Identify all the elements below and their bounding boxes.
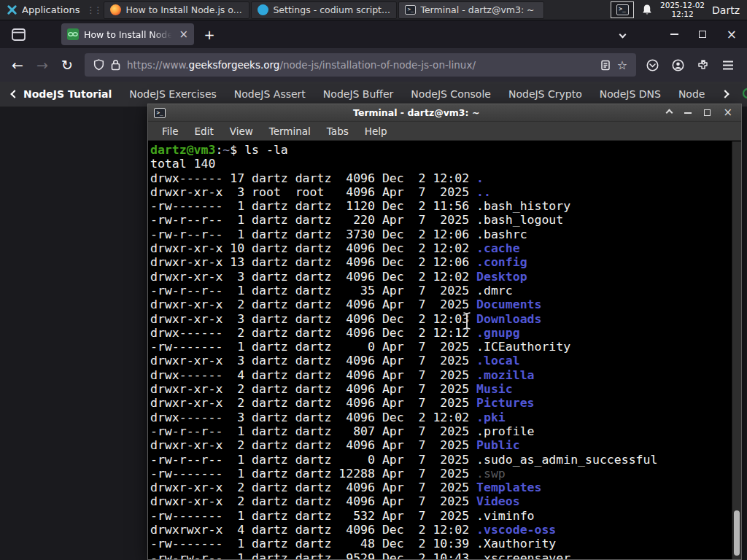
mouse-cursor-ibeam — [462, 311, 472, 330]
nav-link-nodejs-exercises[interactable]: NodeJS Exercises — [129, 88, 217, 100]
terminal-line: drwxr-xr-x 2 dartz dartz 4096 Apr 7 2025… — [150, 298, 741, 311]
reload-button[interactable]: ↻ — [55, 53, 79, 77]
pocket-icon[interactable] — [646, 59, 659, 71]
panel-window-button-terminal[interactable]: >_Terminal - dartz@vm3: ~ — [398, 1, 544, 19]
nav-link-label: NodeJS Console — [411, 88, 491, 100]
terminal-window-controls: × — [667, 107, 735, 118]
terminal-line: -rw------- 1 dartz dartz 0 Apr 7 2025 .I… — [150, 340, 741, 354]
terminal-line: drwxr-xr-x 3 dartz dartz 4096 Dec 2 12:0… — [150, 270, 741, 284]
terminal-scrollbar-thumb[interactable] — [734, 510, 740, 556]
url-text: https://www.geeksforgeeks.org/node-js/in… — [127, 59, 594, 71]
nav-link-nodejs-crypto[interactable]: NodeJS Crypto — [508, 88, 582, 100]
nav-link-nodejs-console[interactable]: NodeJS Console — [411, 88, 491, 100]
terminal-line: drwx------ 4 dartz dartz 4096 Apr 7 2025… — [150, 368, 741, 382]
terminal-line: drwxr-xr-x 3 dartz dartz 4096 Dec 2 12:0… — [150, 312, 741, 326]
terminal-maximize-button[interactable] — [704, 109, 711, 116]
terminal-line: -rw-r--r-- 1 dartz dartz 35 Apr 7 2025 .… — [150, 284, 741, 298]
lock-icon[interactable] — [111, 59, 120, 71]
terminal-window: >_ Terminal - dartz@vm3: ~ × FileEditVie… — [147, 104, 742, 560]
tracking-shield-icon[interactable] — [93, 59, 104, 71]
terminal-line: -rw------- 1 dartz dartz 12288 Apr 7 202… — [150, 467, 741, 481]
url-host: geeksforgeeks.org — [189, 59, 280, 71]
terminal-menu-edit[interactable]: Edit — [187, 125, 222, 137]
subnav-right: Sign In — [722, 85, 747, 104]
firefox-icon — [110, 4, 121, 15]
account-icon[interactable] — [672, 59, 684, 71]
search-icon[interactable] — [741, 87, 747, 101]
terminal-menu-file[interactable]: File — [154, 125, 187, 137]
nav-link-nodejs-dns[interactable]: NodeJS DNS — [600, 88, 661, 100]
terminal-window-icon: >_ — [154, 108, 166, 118]
applications-menu-button[interactable]: Applications — [0, 0, 86, 20]
tray-terminal-launcher[interactable]: >_ — [611, 1, 634, 18]
hamburger-menu-icon[interactable] — [722, 61, 734, 70]
terminal-line: drwx------ 3 dartz dartz 4096 Dec 2 12:0… — [150, 411, 741, 424]
panel-window-button-codium[interactable]: Settings - codium script... — [251, 1, 397, 19]
reader-mode-icon[interactable] — [600, 60, 611, 71]
terminal-output[interactable]: dartz@vm3:~$ ls -latotal 140drwx------ 1… — [148, 141, 741, 559]
terminal-menu-help[interactable]: Help — [357, 125, 395, 137]
distro-logo-icon — [7, 4, 18, 15]
nav-link-node[interactable]: Node — [678, 88, 705, 100]
geeksforgeeks-favicon — [67, 28, 79, 40]
desktop-top-panel: Applications ⋮⋮ How to Install Node.js o… — [0, 0, 747, 20]
terminal-line: drwxr-xr-x 10 dartz dartz 4096 Dec 2 12:… — [150, 241, 741, 255]
nav-link-nodejs-buffer[interactable]: NodeJS Buffer — [323, 88, 394, 100]
panel-clock[interactable]: 2025-12-02 12:12 — [660, 1, 705, 18]
terminal-shade-button[interactable] — [666, 109, 673, 117]
terminal-line: drwxr-xr-x 2 dartz dartz 4096 Apr 7 2025… — [150, 438, 741, 452]
terminal-menu-tabs[interactable]: Tabs — [319, 125, 357, 137]
list-all-tabs-chevron-icon[interactable] — [619, 31, 626, 38]
terminal-line: -rw-rw-r-- 1 dartz dartz 9529 Dec 2 10:4… — [150, 551, 741, 559]
terminal-close-button[interactable]: × — [723, 107, 732, 118]
terminal-minimize-button[interactable] — [684, 112, 692, 114]
terminal-scrollbar[interactable] — [732, 141, 741, 559]
terminal-menu-terminal[interactable]: Terminal — [261, 125, 319, 137]
url-path: /node-js/installation-of-node-js-on-linu… — [279, 59, 476, 71]
chevron-left-icon — [10, 90, 18, 98]
terminal-titlebar[interactable]: >_ Terminal - dartz@vm3: ~ × — [148, 104, 741, 122]
forward-button[interactable]: → — [31, 53, 54, 77]
terminal-line: -rw------- 1 dartz dartz 532 Apr 7 2025 … — [150, 509, 741, 523]
terminal-line: drwxrwxr-x 4 dartz dartz 4096 Dec 2 12:0… — [150, 523, 741, 537]
nav-link-label: NodeJS Assert — [234, 88, 306, 100]
bookmark-star-icon[interactable]: ☆ — [617, 58, 627, 72]
browser-maximize-button[interactable] — [699, 31, 706, 38]
terminal-line: -rw------- 1 dartz dartz 48 Dec 2 10:39 … — [150, 537, 741, 551]
terminal-line: drwxr-xr-x 2 dartz dartz 4096 Apr 7 2025… — [150, 494, 741, 508]
terminal-line: drwxr-xr-x 3 root root 4096 Apr 7 2025 .… — [150, 185, 741, 199]
nav-link-nodejs-assert[interactable]: NodeJS Assert — [234, 88, 306, 100]
window-button-label: How to Install Node.js o... — [125, 4, 241, 15]
url-bar[interactable]: https://www.geeksforgeeks.org/node-js/in… — [85, 53, 636, 77]
tab-how-to-install-nodejs[interactable]: How to Install Node.js on L × — [61, 23, 194, 45]
back-button[interactable]: ← — [6, 53, 29, 77]
notification-bell-icon[interactable] — [641, 4, 653, 16]
browser-minimize-button[interactable] — [670, 34, 678, 35]
terminal-title: Terminal - dartz@vm3: ~ — [170, 107, 662, 118]
nav-link-label: NodeJS DNS — [600, 88, 661, 100]
window-button-label: Settings - codium script... — [273, 4, 390, 15]
firefox-view-icon[interactable] — [7, 24, 29, 44]
browser-close-button[interactable]: × — [727, 28, 737, 41]
nav-link-label: NodeJS Crypto — [508, 88, 582, 100]
terminal-line: -rw-r--r-- 1 dartz dartz 807 Apr 7 2025 … — [150, 424, 741, 438]
firefox-toolbar: ← → ↻ https://www.geeksforgeeks.org/node… — [0, 48, 747, 82]
terminal-menu-view[interactable]: View — [222, 125, 261, 137]
extensions-puzzle-icon[interactable] — [697, 59, 709, 71]
firefox-tab-bar: How to Install Node.js on L × + × — [0, 20, 747, 48]
new-tab-button[interactable]: + — [198, 23, 220, 45]
applications-label: Applications — [22, 4, 80, 15]
tab-close-icon[interactable]: × — [179, 29, 188, 40]
terminal-menubar: FileEditViewTerminalTabsHelp — [148, 122, 741, 141]
nav-link-label: Node — [678, 88, 705, 100]
terminal-line: drwx------ 2 dartz dartz 4096 Dec 2 12:1… — [150, 326, 741, 340]
terminal-line: total 140 — [150, 157, 741, 171]
panel-window-button-firefox[interactable]: How to Install Node.js o... — [104, 1, 249, 19]
nav-scroll-right-chevron-icon[interactable] — [721, 90, 729, 98]
panel-user-menu[interactable]: Dartz — [712, 4, 743, 16]
terminal-icon: >_ — [616, 4, 629, 15]
panel-separator-handle: ⋮⋮ — [86, 5, 104, 15]
terminal-line: -rw------- 1 dartz dartz 1120 Dec 2 11:5… — [150, 199, 741, 213]
terminal-line: drwxr-xr-x 2 dartz dartz 4096 Apr 7 2025… — [150, 382, 741, 396]
nav-link-nodejs-tutorial[interactable]: NodeJS Tutorial — [12, 88, 112, 100]
